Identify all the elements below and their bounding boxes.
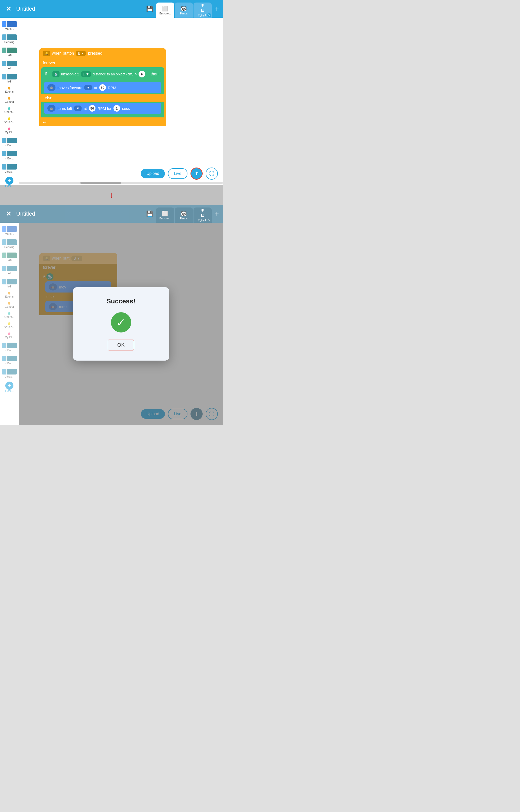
operators-label: Opera... bbox=[4, 110, 15, 113]
motion-icon-2: 🤖 bbox=[47, 105, 55, 112]
bg-tab-label-2: Backgro... bbox=[159, 217, 171, 220]
threshold-value[interactable]: 9 bbox=[138, 71, 145, 78]
cyberpi-tab-label-2: CyberPi bbox=[198, 219, 207, 222]
control-label: Control bbox=[5, 100, 14, 103]
secs-value[interactable]: 1 bbox=[113, 105, 120, 112]
background-tab-icon-1: ⬜ bbox=[162, 6, 168, 12]
canvas-scrollbar-1[interactable] bbox=[19, 182, 223, 184]
moves-forward-text: moves forward bbox=[57, 86, 82, 90]
sidebar-item-iot[interactable]: IoT bbox=[1, 73, 18, 85]
tab-panda-2[interactable]: 🐼 Panda bbox=[175, 207, 193, 223]
sidebar-item-ultras[interactable]: Ultras... bbox=[1, 163, 18, 175]
secs-label: secs bbox=[122, 106, 130, 111]
sidebar-item-sensing-2: Sensing bbox=[1, 238, 18, 250]
ai-label: AI bbox=[8, 67, 11, 70]
rpm-value-1[interactable]: 50 bbox=[99, 84, 106, 91]
tab-cyberpi-1[interactable]: ✱ 🖥 CyberPi ✎ bbox=[193, 3, 212, 18]
turns-dropdown-arrow: ▼ bbox=[76, 106, 80, 110]
sidebar-item-operators[interactable]: Opera... bbox=[1, 106, 18, 115]
control-dot bbox=[8, 97, 10, 100]
mbot1-block-row bbox=[2, 138, 17, 143]
extend-button-1[interactable]: + Exten... bbox=[5, 177, 14, 188]
cyberpi-tab-icon-2: 🖥 bbox=[200, 213, 205, 219]
canvas-1: 🔔 when button B ▼ pressed forever bbox=[19, 18, 223, 185]
mbot2-label: mBot... bbox=[5, 157, 14, 160]
fit-icon-1: ⛶ bbox=[209, 171, 214, 177]
button-dropdown-arrow: ▼ bbox=[82, 52, 84, 55]
turns-left-dropdown[interactable]: ▼ bbox=[74, 106, 82, 111]
lan-label: LAN bbox=[7, 54, 12, 57]
if-label: if bbox=[45, 72, 47, 77]
sidebar-item-variables-2: Variab... bbox=[1, 321, 18, 330]
sidebar-item-events[interactable]: Events bbox=[1, 86, 18, 95]
panda-tab-icon-2: 🐼 bbox=[181, 211, 187, 217]
sidebar-item-mbot1[interactable]: mBot... bbox=[1, 136, 18, 148]
mbot1-label: mBot... bbox=[5, 144, 14, 147]
sidebar-item-variables[interactable]: Variab... bbox=[1, 116, 18, 125]
upload-icon-button-1[interactable]: ⬆ bbox=[190, 168, 203, 180]
rpm-label-2: RPM for bbox=[98, 106, 111, 111]
iot-block-row bbox=[2, 74, 17, 80]
plus-button-2[interactable]: + bbox=[215, 210, 219, 218]
variables-label: Variab... bbox=[4, 120, 15, 123]
turns-left-block[interactable]: 🤖 turns left ▼ at 50 RPM for bbox=[44, 103, 161, 114]
button-dropdown-value: B bbox=[78, 51, 80, 55]
forever-end-block: ↩ bbox=[39, 118, 166, 126]
sidebar-item-mbot2[interactable]: mBot... bbox=[1, 149, 18, 162]
sidebar-item-lan[interactable]: LAN bbox=[1, 46, 18, 58]
sensor-num-dropdown[interactable]: 1 ▼ bbox=[81, 72, 92, 77]
panda-tab-icon-1: 🐼 bbox=[181, 6, 187, 12]
tab-background-1[interactable]: ⬜ Backgro... bbox=[156, 3, 174, 18]
extend-label-1: Exten... bbox=[5, 185, 14, 188]
moves-forward-block[interactable]: 🤖 moves forward ▼ at 50 RPM bbox=[44, 82, 161, 93]
header-tabs-2: ⬜ Backgro... 🐼 Panda ✱ 🖥 CyberPi ✎ bbox=[156, 205, 212, 223]
ultras-label: Ultras... bbox=[5, 170, 14, 173]
forever-block: forever bbox=[39, 59, 166, 67]
upload-button-1[interactable]: Upload bbox=[141, 169, 165, 178]
edit-badge-2: ✎ bbox=[207, 218, 211, 222]
moves-forward-dropdown[interactable]: ▼ bbox=[84, 85, 92, 90]
save-icon-2[interactable]: 💾 bbox=[146, 211, 153, 217]
sidebar-item-control[interactable]: Control bbox=[1, 96, 18, 105]
myblocks-dot bbox=[8, 128, 10, 130]
checkmark-symbol: ✓ bbox=[116, 316, 126, 329]
panda-tab-label-1: Panda bbox=[180, 12, 187, 15]
dialog-checkmark-icon: ✓ bbox=[111, 312, 131, 333]
spacer bbox=[41, 115, 164, 117]
close-button-2[interactable]: ✕ bbox=[4, 210, 13, 218]
panel-2: ✕ Untitled 💾 ⬜ Backgro... 🐼 Panda ✱ 🖥 Cy… bbox=[0, 205, 223, 425]
tab-panda-1[interactable]: 🐼 Panda bbox=[175, 3, 193, 18]
at-label-1: at bbox=[94, 86, 97, 90]
live-button-1[interactable]: Live bbox=[168, 168, 187, 179]
motion-block-row bbox=[2, 21, 17, 27]
rpm-label-1: RPM bbox=[108, 86, 116, 90]
else-block: else bbox=[41, 94, 164, 102]
rpm-value-2[interactable]: 50 bbox=[89, 105, 96, 112]
tab-background-2[interactable]: ⬜ Backgro... bbox=[156, 207, 174, 223]
fit-icon-button-1[interactable]: ⛶ bbox=[206, 168, 218, 180]
lan-block-row bbox=[2, 48, 17, 53]
button-dropdown[interactable]: B ▼ bbox=[76, 51, 86, 56]
sidebar-1: Motio... Sensing LAN bbox=[0, 18, 19, 185]
sidebar-item-motion[interactable]: Motio... bbox=[1, 20, 18, 32]
ultras-block-row bbox=[2, 164, 17, 170]
sidebar-item-ai[interactable]: AI bbox=[1, 59, 18, 72]
plus-button-1[interactable]: + bbox=[215, 5, 219, 13]
save-icon-1[interactable]: 💾 bbox=[146, 6, 153, 12]
tab-cyberpi-2[interactable]: ✱ 🖥 CyberPi ✎ bbox=[193, 207, 212, 223]
extend-button-2: + Exten... bbox=[5, 382, 14, 392]
sidebar-item-sensing[interactable]: Sensing bbox=[1, 33, 18, 45]
bg-tab-icon-2: ⬜ bbox=[162, 211, 168, 217]
panel-1-body: Motio... Sensing LAN bbox=[0, 18, 223, 185]
cyberpi-tab-label-1: CyberPi bbox=[198, 14, 207, 17]
event-icon: 🔔 bbox=[43, 51, 50, 56]
sidebar-item-myblocks[interactable]: My Bl... bbox=[1, 126, 18, 135]
if-block: if 📡 ultrasonic 2 1 ▼ distance to bbox=[41, 67, 164, 117]
close-button-1[interactable]: ✕ bbox=[4, 5, 13, 13]
sidebar-item-lan-2: LAN bbox=[1, 251, 18, 263]
hat-text2: pressed bbox=[88, 51, 102, 56]
when-button-pressed-block[interactable]: 🔔 when button B ▼ pressed bbox=[39, 48, 166, 59]
dialog-ok-button[interactable]: OK bbox=[108, 340, 134, 351]
dialog-title: Success! bbox=[106, 297, 135, 305]
sensor-num-arrow: ▼ bbox=[86, 72, 89, 76]
